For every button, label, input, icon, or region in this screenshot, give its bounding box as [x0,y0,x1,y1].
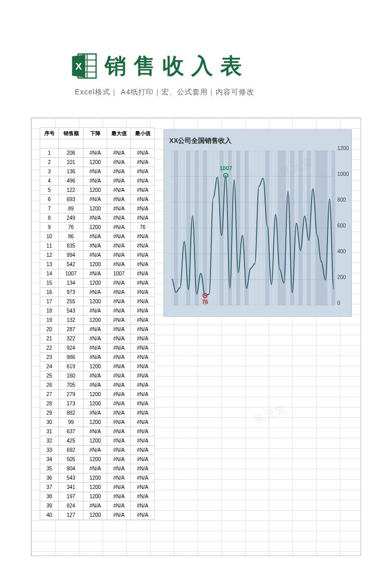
cell[interactable]: #N/A [107,214,131,223]
cell[interactable]: 705 [59,381,84,390]
cell[interactable]: #N/A [107,306,131,316]
cell[interactable]: #N/A [107,204,131,214]
cell[interactable]: 1200 [84,362,107,371]
cell[interactable]: #N/A [84,446,107,455]
cell[interactable]: 1200 [84,186,107,195]
cell[interactable]: #N/A [107,511,131,520]
cell[interactable]: #N/A [131,149,155,158]
cell[interactable]: #N/A [131,371,155,381]
table-row[interactable]: 345051200#N/A#N/A [40,455,155,464]
cell[interactable]: #N/A [107,427,131,436]
cell[interactable]: 24 [40,362,59,371]
table-row[interactable]: 172551200#N/A#N/A [40,297,155,306]
data-table[interactable]: 序号 销售额 下降 最大值 最小值 1206#N/A#N/A#N/A210112… [40,127,155,520]
table-row[interactable]: 39824#N/A#N/A#N/A [40,501,155,511]
cell[interactable]: #N/A [107,251,131,260]
table-row[interactable]: 33692#N/A#N/A#N/A [40,446,155,455]
cell[interactable]: #N/A [131,214,155,223]
cell[interactable]: 505 [59,455,84,464]
cell[interactable]: 279 [59,390,84,399]
cell[interactable]: 542 [59,260,84,269]
table-row[interactable]: 8249#N/A#N/A#N/A [40,214,155,223]
table-row[interactable]: 21011200#N/A#N/A [40,158,155,167]
table-row[interactable]: 51221200#N/A#N/A [40,186,155,195]
cell[interactable]: 197 [59,492,84,501]
cell[interactable]: #N/A [107,390,131,399]
cell[interactable]: #N/A [131,269,155,279]
cell[interactable]: 10 [40,232,59,241]
table-row[interactable]: 23986#N/A#N/A#N/A [40,353,155,362]
cell[interactable]: #N/A [107,186,131,195]
cell[interactable]: #N/A [107,344,131,353]
cell[interactable]: 287 [59,325,84,334]
cell[interactable]: #N/A [131,195,155,204]
cell[interactable]: #N/A [107,223,131,232]
cell[interactable]: #N/A [131,316,155,325]
cell[interactable]: 986 [59,353,84,362]
cell[interactable]: 1200 [84,279,107,288]
cell[interactable]: 21 [40,334,59,344]
cell[interactable]: 543 [59,306,84,316]
spreadsheet-area[interactable]: 序号 销售额 下降 最大值 最小值 1206#N/A#N/A#N/A210112… [31,118,361,556]
table-row[interactable]: 246191200#N/A#N/A [40,362,155,371]
cell[interactable]: #N/A [84,353,107,362]
cell[interactable]: 249 [59,214,84,223]
cell[interactable]: #N/A [107,297,131,306]
cell[interactable]: #N/A [131,167,155,176]
cell[interactable]: 27 [40,390,59,399]
cell[interactable]: #N/A [107,325,131,334]
cell[interactable]: 3 [40,167,59,176]
table-row[interactable]: 26705#N/A#N/A#N/A [40,381,155,390]
table-row[interactable]: 12994#N/A#N/A#N/A [40,251,155,260]
cell[interactable]: #N/A [84,427,107,436]
cell[interactable]: 26 [40,381,59,390]
cell[interactable]: 99 [59,418,84,427]
cell[interactable]: #N/A [131,473,155,483]
cell[interactable]: 973 [59,288,84,297]
cell[interactable]: 8 [40,214,59,223]
table-row[interactable]: 381971200#N/A#N/A [40,492,155,501]
cell[interactable]: #N/A [131,260,155,269]
table-row[interactable]: 20287#N/A#N/A#N/A [40,325,155,334]
cell[interactable]: 322 [59,334,84,344]
cell[interactable]: 14 [40,269,59,279]
table-row[interactable]: 3136#N/A#N/A#N/A [40,167,155,176]
table-row[interactable]: 6693#N/A#N/A#N/A [40,195,155,204]
cell[interactable]: #N/A [84,288,107,297]
table-row[interactable]: 373411200#N/A#N/A [40,483,155,492]
cell[interactable]: 835 [59,241,84,251]
cell[interactable]: 7 [40,204,59,214]
cell[interactable]: #N/A [84,269,107,279]
table-row[interactable]: 21322#N/A#N/A#N/A [40,334,155,344]
cell[interactable]: #N/A [131,186,155,195]
table-row[interactable]: 365431200#N/A#N/A [40,473,155,483]
cell[interactable]: 76 [59,223,84,232]
table-row[interactable]: 4496#N/A#N/A#N/A [40,176,155,186]
cell[interactable]: 1200 [84,418,107,427]
cell[interactable]: #N/A [131,325,155,334]
cell[interactable]: 637 [59,427,84,436]
cell[interactable]: 425 [59,436,84,446]
cell[interactable]: #N/A [107,436,131,446]
cell[interactable]: 904 [59,464,84,473]
cell[interactable]: #N/A [131,158,155,167]
cell[interactable]: #N/A [131,381,155,390]
cell[interactable]: #N/A [131,204,155,214]
cell[interactable]: #N/A [107,464,131,473]
cell[interactable]: 173 [59,399,84,409]
cell[interactable]: #N/A [131,279,155,288]
cell[interactable]: 13 [40,260,59,269]
cell[interactable]: #N/A [107,241,131,251]
cell[interactable]: #N/A [131,390,155,399]
cell[interactable]: 206 [59,149,84,158]
cell[interactable]: 160 [59,371,84,381]
cell[interactable]: 1200 [84,436,107,446]
cell[interactable]: #N/A [131,241,155,251]
cell[interactable]: 824 [59,501,84,511]
table-row[interactable]: 1086#N/A#N/A#N/A [40,232,155,241]
cell[interactable]: #N/A [84,381,107,390]
cell[interactable]: 76 [131,223,155,232]
cell[interactable]: #N/A [107,232,131,241]
cell[interactable]: 25 [40,371,59,381]
cell[interactable]: #N/A [107,316,131,325]
